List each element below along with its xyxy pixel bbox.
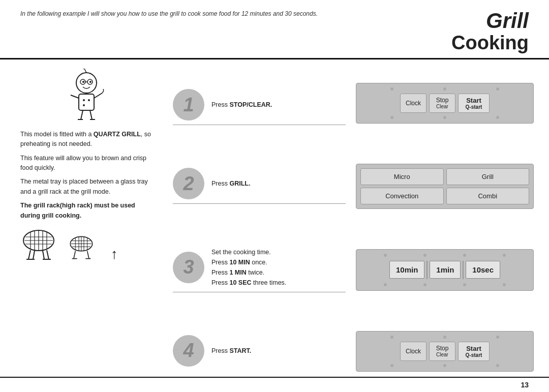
start-label-1: Start (464, 97, 484, 104)
start-button-4[interactable]: Start Q-start (458, 342, 490, 361)
grill-images: ↑ (20, 228, 152, 262)
step-3-row: 3 Set the cooking time. Press 10 MIN onc… (173, 243, 346, 292)
dot (503, 254, 506, 257)
panel-1: Clock Stop Clear Start Q-start (356, 83, 534, 124)
stop-clear-button-1[interactable]: Stop Clear (429, 94, 455, 113)
svg-line-41 (74, 251, 75, 259)
panel-2-grid: Micro Grill Convection Combi (360, 168, 529, 204)
title-cooking: Cooking (451, 33, 529, 54)
dot (390, 364, 393, 367)
right-column: Clock Stop Clear Start Q-start Micro (351, 59, 549, 392)
dot (463, 254, 466, 257)
dot (384, 283, 387, 286)
panel-4-top-dots (360, 335, 529, 340)
panel-4-buttons: Clock Stop Clear Start Q-start (360, 342, 529, 361)
intro-text: In the following example I will show you… (20, 9, 318, 18)
dot (496, 336, 499, 339)
panel-3-bot-dots (360, 282, 529, 287)
step-3-badge: 3 (173, 252, 204, 283)
dot (496, 364, 499, 367)
up-arrow-icon: ↑ (111, 246, 118, 262)
page-number: 13 (521, 381, 529, 389)
dot (390, 116, 393, 119)
qstart-label-1: Q-start (464, 104, 484, 110)
dot (443, 87, 446, 91)
mascot-icon (64, 69, 109, 125)
micro-button[interactable]: Micro (360, 168, 444, 185)
dot (390, 336, 393, 339)
panel-1-buttons: Clock Stop Clear Start Q-start (360, 94, 529, 113)
combi-button[interactable]: Combi (446, 188, 530, 204)
panel-3: 10min 1min 10sec (356, 249, 534, 291)
svg-line-12 (71, 95, 79, 98)
stop-clear-button-4[interactable]: Stop Clear (429, 342, 455, 361)
para-quartz: This model is fitted with a QUARTZ GRILL… (20, 130, 152, 149)
step-2-action: GRILL. (229, 180, 250, 187)
svg-line-14 (81, 110, 83, 119)
step-1-desc: Press STOP/CLEAR. (211, 100, 272, 110)
grill-rack-icon-1 (20, 228, 57, 262)
svg-line-28 (43, 251, 44, 259)
dot (443, 336, 446, 339)
grill-rack-icon-2 (66, 233, 97, 262)
qstart-label-4: Q-start (464, 352, 484, 358)
grill-button[interactable]: Grill (446, 168, 530, 185)
para-rack-warning: The grill rack(high rack) must be used d… (20, 201, 152, 221)
svg-point-10 (88, 99, 90, 101)
left-text-block: This model is fitted with a QUARTZ GRILL… (20, 130, 152, 221)
bottom-bar: 13 (0, 377, 549, 392)
step-4-action: START. (229, 347, 251, 354)
svg-point-0 (76, 73, 97, 93)
clear-label-1: Clear (435, 104, 450, 110)
step-2-row: 2 Press GRILL. (173, 164, 346, 204)
svg-point-9 (83, 99, 85, 101)
main-content: This model is fitted with a QUARTZ GRILL… (0, 59, 549, 392)
mascot-area (20, 69, 152, 125)
panel-4-bot-dots (360, 363, 529, 368)
panel-1-top-dots (360, 86, 529, 92)
step-4-badge: 4 (173, 335, 204, 367)
step-4-row: 4 Press START. (173, 331, 346, 371)
time-display-row: 10min 1min 10sec (360, 261, 529, 279)
svg-line-15 (90, 110, 92, 119)
dot (423, 254, 426, 257)
para-feature: This feature will allow you to brown and… (20, 154, 152, 173)
step-2-badge: 2 (173, 168, 204, 199)
panel-2: Micro Grill Convection Combi (356, 164, 534, 209)
svg-line-13 (94, 93, 102, 98)
start-label-4: Start (464, 345, 484, 352)
stop-label-1: Stop (435, 97, 450, 104)
dot (496, 87, 499, 91)
1min-button[interactable]: 1min (430, 261, 461, 279)
time-divider-1 (426, 261, 428, 279)
left-column: This model is fitted with a QUARTZ GRILL… (0, 59, 163, 392)
clock-button-1[interactable]: Clock (400, 94, 426, 113)
dot (390, 87, 393, 91)
step-1-badge: 1 (173, 89, 204, 120)
header: In the following example I will show you… (0, 0, 549, 58)
svg-line-26 (28, 250, 30, 259)
svg-rect-8 (79, 94, 94, 110)
time-divider-2 (463, 261, 464, 279)
panel-1-bot-dots (360, 115, 529, 120)
step-1-action: STOP/CLEAR. (229, 101, 272, 108)
step-3-desc: Set the cooking time. Press 10 MIN once.… (211, 247, 286, 288)
10sec-button[interactable]: 10sec (466, 261, 500, 279)
title-block: Grill Cooking (451, 9, 529, 54)
step-2-desc: Press GRILL. (211, 178, 250, 189)
svg-line-27 (33, 251, 35, 259)
start-button-1[interactable]: Start Q-start (458, 94, 490, 113)
svg-point-5 (82, 81, 84, 83)
svg-point-6 (89, 81, 92, 83)
step-1-row: 1 Press STOP/CLEAR. (173, 85, 346, 125)
10min-button[interactable]: 10min (389, 261, 424, 279)
quartz-grill-bold: QUARTZ GRILL (94, 131, 141, 138)
dot (423, 283, 426, 286)
steps-column: 1 Press STOP/CLEAR. 2 Press GRILL. 3 Set… (163, 59, 351, 392)
svg-line-42 (87, 251, 89, 259)
convection-button[interactable]: Convection (360, 188, 444, 204)
clock-button-4[interactable]: Clock (400, 342, 426, 361)
dot (384, 254, 387, 257)
svg-line-1 (84, 69, 86, 73)
dot (496, 116, 499, 119)
